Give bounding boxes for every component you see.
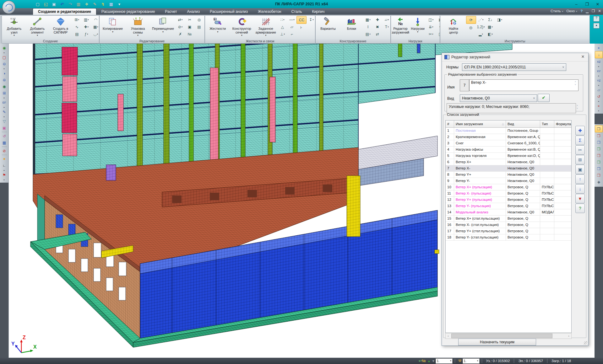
load-row-2[interactable]: 2КратковременнаяВременное кат.А, Q (446, 134, 571, 140)
cube-iso-icon[interactable]: ❒ (595, 125, 603, 132)
rotate-form-icon[interactable]: ↺ (1, 133, 8, 139)
norms-combobox[interactable]: СП РК EN 1990:2002+A1:2005/2011˅ (462, 63, 566, 71)
proj-yz-icon[interactable]: YZ (595, 77, 602, 84)
wave-icon[interactable]: ∿ (72, 23, 82, 30)
cube-bottom-icon[interactable]: ❒ (595, 172, 602, 179)
flashlight-icon[interactable]: ✦ (1, 156, 8, 162)
center-button[interactable]: GНайти центр (441, 16, 466, 39)
maximize-button[interactable]: ❐ (582, 0, 592, 8)
proj-xy-icon[interactable]: XY (595, 68, 602, 74)
select-line-icon[interactable]: ⊖ (1, 61, 8, 67)
flyout-icon[interactable]: ▸ (1, 96, 8, 99)
load-row-14[interactable]: 14Модальный анализНеактивное, Q0МОДАЛ (446, 209, 571, 216)
variant-combo[interactable]: 1.▾ (463, 358, 480, 364)
numbering-icon[interactable]: 1.2)▾ (476, 23, 486, 30)
ef-icon[interactable]: EF (1, 99, 8, 106)
sphere-target-icon[interactable]: ◉ (1, 83, 8, 90)
cut-load-button[interactable]: ✂ (575, 145, 585, 155)
tab-5[interactable]: Расширенный анализ (205, 8, 253, 15)
load-name-field[interactable]: Ветер X- (469, 79, 579, 91)
load-row-16[interactable]: 16Ветер X- (стат.пульсация)Ветровое, Q (446, 222, 571, 228)
app-logo[interactable] (2, 1, 15, 14)
tab-7[interactable]: Сталь (286, 8, 307, 15)
load-editor-mini-icon[interactable]: ↩№ (419, 359, 426, 363)
doc-minimize-icon[interactable]: ▁ (586, 9, 589, 13)
up-triangle-icon[interactable]: ▲ (427, 359, 431, 363)
swap-icon[interactable]: ⇄ (373, 30, 382, 38)
fx-icon[interactable]: ƒ▾ (82, 30, 91, 38)
table-header[interactable]: #Имя загружения△ВидТипФормула (446, 120, 571, 128)
cube-front-icon[interactable]: ❒ (595, 165, 602, 172)
loadcase-combo[interactable]: 1.▾ (436, 358, 453, 364)
cube-green-icon[interactable]: ❒ (595, 159, 602, 165)
ribbon-collapse-icon[interactable]: ▴ (593, 23, 600, 29)
doc-icon[interactable]: ▤ (194, 23, 204, 30)
ladder-icon[interactable]: ⊦ (296, 24, 306, 31)
flyout-icon[interactable]: ▸ (595, 100, 602, 103)
view-down-icon[interactable]: ↓ (595, 51, 603, 58)
c-palette-icon[interactable]: ◧▾ (486, 30, 495, 38)
copy-load-button[interactable]: ▣ (575, 165, 585, 174)
flyout-icon[interactable]: ▸ (1, 169, 8, 172)
cross-icon[interactable]: ✖ (373, 23, 382, 30)
move-button[interactable]: Перемещение▾ (150, 16, 176, 39)
reinf-button[interactable]: Заданное армирование▾ (254, 16, 278, 39)
load-table[interactable]: #Имя загружения△ВидТипФормула1Постоянная… (445, 120, 572, 333)
brick-icon[interactable]: ▤▾ (363, 30, 373, 38)
insert-load-button[interactable]: ⊞ (575, 155, 585, 164)
weight-icon[interactable]: ◫▾ (426, 16, 436, 23)
ribbon-help-icon[interactable]: ? (593, 16, 600, 22)
blocks-button[interactable]: Блоки (340, 16, 363, 39)
book-icon[interactable]: ❖ (84, 1, 90, 7)
hammer-mini-icon[interactable]: ⚒ (458, 359, 462, 363)
magnifier-icon[interactable]: ◎ (466, 24, 475, 31)
tab-4[interactable]: Анализ (182, 8, 205, 15)
load-row-6[interactable]: 6Ветер X+Неактивное, Q0 (446, 159, 571, 165)
pack-button[interactable]: Упаковка схемы▾ (125, 16, 150, 39)
sum-down-icon[interactable]: Σ↓ (486, 16, 495, 23)
add-node-button[interactable]: X,Y,ZДобавить узел▾ (3, 16, 26, 39)
down-triangle-icon[interactable]: ▼ (432, 359, 435, 363)
load-row-13[interactable]: 13Ветер Y- (пульсация)Ветровое, QПУЛЬС (446, 203, 571, 209)
load-row-12[interactable]: 12Ветер Y+ (пульсация)Ветровое, QПУЛЬС (446, 197, 571, 203)
palette-icon[interactable]: ▩▾ (486, 23, 495, 30)
filter-button[interactable]: ▼ (575, 194, 585, 203)
axes-red-icon[interactable]: ⌖ (595, 103, 602, 109)
flyout-icon[interactable]: ▸ (1, 67, 8, 70)
flyout-icon[interactable]: ▸ (595, 84, 602, 87)
cube-left-icon[interactable]: ❒ (595, 146, 602, 152)
sphere-vertical-icon[interactable]: ◑ (1, 70, 8, 77)
move-up-button[interactable]: ↑ (575, 174, 585, 184)
move-node-icon[interactable]: ✚▾ (82, 23, 91, 30)
new-document-icon[interactable]: ▢ (35, 1, 41, 7)
qat-more-icon[interactable]: ▾ (116, 1, 122, 7)
plate-grid-icon[interactable]: ⊞▾ (72, 16, 82, 23)
add2-icon[interactable]: ✚ (373, 16, 382, 23)
select-nodes-icon[interactable]: ▢ (1, 54, 8, 61)
resize-grip[interactable] (584, 341, 588, 345)
name-scroll-icons[interactable]: ˄˅ (573, 80, 577, 86)
tab-6[interactable]: Железобетон (253, 8, 286, 15)
select-pointer-icon[interactable]: ◉ (1, 45, 8, 51)
load-number-field[interactable]: 7 (460, 79, 469, 91)
tab-2[interactable]: Расширенное редактирование (96, 8, 160, 15)
sum-loads-button[interactable]: Σ (575, 136, 585, 145)
redo-icon[interactable]: ↷ (67, 1, 73, 7)
pen-icon[interactable]: ✎ (1, 109, 8, 115)
scissors-icon[interactable]: ✂ (185, 16, 194, 23)
load-row-7[interactable]: 7Ветер X-Неактивное, Q0 (446, 165, 571, 172)
vid-combobox[interactable]: Неактивное, Q0˅ (460, 94, 537, 102)
info-scroll-icons[interactable]: ˄˅ (575, 104, 579, 110)
plate-icon[interactable]: ▱ (287, 23, 296, 30)
flyout-icon[interactable]: ▸ (595, 74, 602, 77)
select-dots-icon[interactable]: ⋰▾ (476, 16, 486, 23)
rod-icon[interactable]: —▾ (287, 16, 296, 23)
tee-icon[interactable]: Τ▾ (382, 23, 392, 30)
style-menu[interactable]: Стиль ˅ (551, 9, 563, 13)
load-row-4[interactable]: 4Нагрузка офисыВременное кат.В, Q (446, 147, 571, 153)
assign-current-button[interactable]: Назначить текущим (458, 339, 536, 345)
add-element-button[interactable]: Добавить элемент▾ (26, 16, 49, 39)
load-row-17[interactable]: 17Ветер Y+ (стат.пульсация)Ветровое, Q (446, 228, 571, 234)
cc-badge[interactable]: CC (296, 16, 307, 24)
load-row-8[interactable]: 8Ветер Y+Неактивное, Q0 (446, 172, 571, 178)
